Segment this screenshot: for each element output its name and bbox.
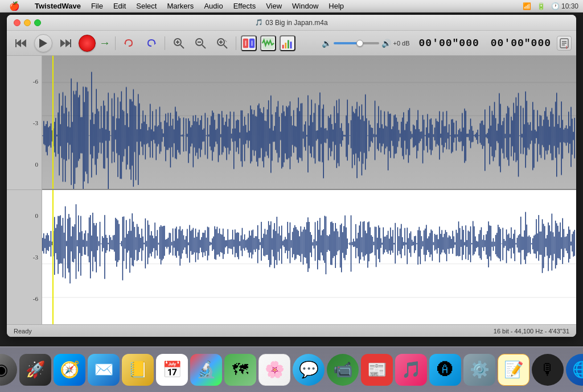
svg-text:⤡: ⤡ [224,39,227,43]
waveform-main[interactable] [42,56,576,324]
svg-rect-25 [285,43,286,48]
forward-arrow-button[interactable]: → [99,36,110,49]
svg-rect-2 [15,39,17,47]
ruler-label-minus6-bottom: -6 [33,295,38,302]
svg-rect-6 [70,39,71,47]
record-button[interactable] [79,35,96,52]
window-title-text: 03 Big in Japan.m4a [265,19,327,27]
clip-indicator-button[interactable]: ! [557,36,572,51]
svg-marker-0 [16,39,21,47]
zoom-fit-button[interactable]: ⤡ [213,35,231,51]
dock-item-launchpad[interactable]: 🚀 [19,354,51,386]
dock-item-siri[interactable]: ◉ [0,354,17,386]
maximize-button[interactable] [34,19,41,26]
dock-item-microphone-app[interactable]: 🎙 [532,354,564,386]
ruler-label-0-bottom: 0 [35,212,39,219]
ruler-left: -6 -3 0 0 -3 -6 [7,56,42,324]
dock-item-messages[interactable]: 💬 [293,354,325,386]
menu-effects[interactable]: Effects [229,1,261,11]
volume-low-icon: 🔉 [322,39,331,48]
menu-markers[interactable]: Markers [162,1,198,11]
total-time-display: 00'00"000 [488,38,553,49]
toolbar-separator-2 [165,36,165,50]
undo-button[interactable] [120,35,138,51]
menu-edit[interactable]: Edit [109,1,130,11]
menu-right-icons: 📶🔋🕐 10:30 [523,2,578,10]
volume-high-icon: 🔊 [381,39,391,48]
dock-item-maps[interactable]: 🗺 [224,354,256,386]
zoom-in-button[interactable] [170,35,188,51]
dock-item-app-store[interactable]: 🅐 [429,354,461,386]
svg-line-12 [202,45,206,48]
svg-rect-21 [245,40,247,46]
dock-item-safari[interactable]: 🧭 [54,354,85,386]
toolbar-separator-3 [236,36,236,50]
title-bar: 🎵 03 Big in Japan.m4a [7,15,576,31]
waveform-bottom-channel[interactable] [42,190,576,324]
menu-view[interactable]: View [261,1,286,11]
main-window: 🎵 03 Big in Japan.m4a → [7,15,576,337]
dock-item-photos[interactable]: 🌸 [258,354,290,386]
file-icon: 🎵 [255,19,263,26]
menu-file[interactable]: File [87,1,108,11]
svg-text:!: ! [566,45,568,49]
dock-item-music[interactable]: 🎵 [395,354,427,386]
dock-item-browser[interactable]: 🌐 [566,354,583,386]
menu-window[interactable]: Window [288,1,323,11]
dock-item-calendar[interactable]: 📅 [156,354,188,386]
dock-item-facetime[interactable]: 📹 [327,354,359,386]
toolbar-separator-1 [115,36,116,50]
playhead-top [52,56,54,189]
rewind-button[interactable] [11,35,31,51]
ruler-label-0-top: 0 [35,161,39,168]
view-mode-waveform-button[interactable] [260,35,276,51]
svg-rect-26 [288,40,289,48]
svg-marker-3 [39,39,47,48]
waveform-container: -6 -3 0 0 -3 -6 [7,56,576,324]
menu-help[interactable]: Help [324,1,348,11]
dock-item-photos2[interactable]: 🔬 [190,354,222,386]
svg-line-8 [180,45,184,48]
menu-audio[interactable]: Audio [199,1,227,11]
window-title: 🎵 03 Big in Japan.m4a [255,19,327,27]
svg-line-15 [224,45,227,48]
ruler-top: -6 -3 0 [7,56,42,190]
menu-twistedwave[interactable]: TwistedWave [30,1,85,11]
ruler-label-minus6-top: -6 [33,78,38,85]
redo-button[interactable] [142,35,160,51]
current-time-display: 00'00"000 [417,38,482,49]
close-button[interactable] [14,19,20,26]
waveform-top-canvas [42,56,576,189]
svg-marker-4 [65,39,71,47]
volume-area: 🔉 🔊 +0 dB [322,39,410,48]
waveform-top-channel[interactable] [42,56,576,190]
dock-item-notes[interactable]: 📝 [498,354,529,386]
menu-select[interactable]: Select [132,1,161,11]
svg-marker-1 [21,39,26,47]
waveform-bottom-canvas [42,190,576,324]
play-button[interactable] [34,34,52,52]
menu-bar: 🍎 TwistedWave File Edit Select Markers A… [0,0,583,13]
view-mode-spectrum-button[interactable] [280,35,295,51]
view-mode-stereo-button[interactable] [241,35,257,51]
volume-slider[interactable] [334,42,379,44]
status-info-text: 16 bit - 44,100 Hz - 4'43"31 [494,328,569,335]
traffic-lights [14,19,41,26]
ruler-bottom: 0 -3 -6 [7,190,42,324]
dock: 🗂◉🚀🧭✉️📒📅🔬🗺🌸💬📹📰🎵🅐⚙️📝🎙🌐🗑 [0,346,583,392]
zoom-out-button[interactable] [191,35,210,51]
fast-forward-button[interactable] [56,35,75,51]
playhead-bottom [52,190,54,324]
toolbar: → [7,31,576,56]
apple-menu[interactable]: 🍎 [5,0,24,13]
dock-item-news[interactable]: 📰 [361,354,393,386]
svg-rect-24 [282,44,284,48]
minimize-button[interactable] [24,19,31,26]
dock-item-notefile[interactable]: 📒 [122,354,154,386]
ruler-label-minus3-top: -3 [33,119,38,126]
svg-rect-27 [290,42,292,48]
svg-marker-5 [60,39,65,47]
dock-item-system-preferences[interactable]: ⚙️ [463,354,495,386]
dock-item-mail[interactable]: ✉️ [88,354,120,386]
ruler-label-minus3-bottom: -3 [33,254,38,261]
